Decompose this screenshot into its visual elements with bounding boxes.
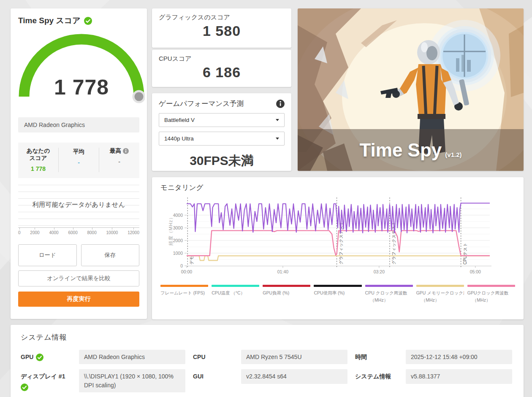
average-score-column: 平均 - [58,148,99,172]
average-value: - [59,159,99,166]
monitoring-card: モニタリング 頻度（MHz） 0100020003000400000:0001:… [152,177,524,319]
your-score-column: あなたのスコア 1 778 [18,148,58,172]
preset-select[interactable]: 1440p Ultra [159,132,285,146]
valid-check-icon [36,354,43,361]
game-select[interactable]: Battlefield V [159,113,285,127]
hist-axis-tick: 0 [18,230,21,235]
legend-item[interactable]: フレームレート (FPS) [160,285,208,304]
legend-color-bar [365,285,413,287]
rerun-button[interactable]: 再度実行 [18,292,139,307]
legend-label: GPUクロック周波数 [467,289,515,297]
legend-item[interactable]: GPUクロック周波数（MHz） [467,285,515,304]
legend-color-bar [212,285,259,287]
gpu-label: GPU [21,350,71,362]
load-button[interactable]: ロード [18,244,77,266]
gui-value: v2.32.8454 s64 [241,369,347,383]
x-tick-label: 05:00 [470,269,481,274]
monitoring-chart: 0100020003000400000:0001:4003:2005:00デモグ… [160,195,515,281]
y-tick-label: 1000 [173,251,183,256]
legend-item[interactable]: GPU負荷 (%) [263,285,310,304]
compare-online-button[interactable]: オンラインで結果を比較 [18,270,139,286]
chart-y-axis-label: 頻度（MHz） [168,215,174,246]
score-distribution-chart: 利用可能なデータがありません [18,185,139,226]
score-distribution-axis: 020004000600080001000012000 [18,227,139,235]
chevron-down-icon [276,138,279,140]
no-data-message: 利用可能なデータがありません [18,201,139,209]
valid-check-icon [21,383,28,391]
legend-item[interactable]: GPU メモリークロック周波数（MHz） [416,285,464,304]
legend-label: GPU負荷 (%) [263,289,310,297]
hist-axis-tick: 10000 [106,230,118,235]
hist-axis-tick: 6000 [68,230,77,235]
hist-axis-tick: 4000 [49,230,58,235]
hero-caption-band: Time Spy (v1.2) [298,129,524,171]
graphics-score-value: 1 580 [159,23,285,39]
hist-axis-tick: 2000 [30,230,39,235]
save-button[interactable]: 保存 [81,244,140,266]
game-select-value: Battlefield V [164,117,195,123]
sysinfo-value: v5.88.1377 [406,369,512,383]
system-info-card: システム情報 GPU AMD Radeon Graphics CPU AMD R… [11,325,524,397]
legend-label: CPU クロック周波数 [365,289,413,297]
cpu-value: AMD Ryzen 5 7545U [241,350,347,364]
legend-color-bar [263,285,310,287]
x-tick-label: 03:20 [374,269,385,274]
legend-label-unit: （MHz） [365,297,413,304]
legend-color-bar [416,285,464,287]
system-info-title: システム情報 [21,332,513,342]
valid-check-icon [84,17,92,25]
graphics-score-label: グラフィックスのスコア [159,14,285,22]
gpu-name-box: AMD Radeon Graphics [18,117,139,132]
game-performance-card: ゲームパフォーマンス予測 Battlefield V 1440p Ultra 3… [152,93,291,171]
y-tick-label: 4000 [173,213,183,218]
timespy-hero-image: Time Spy (v1.2) [298,8,524,171]
hist-axis-tick: 8000 [87,230,97,235]
timespy-score-card: Time Spy スコア 1 778 AMD Radeon Graphics あ… [11,8,147,319]
legend-item[interactable]: CPU温度 （°C） [212,285,259,304]
legend-label: CPU使用率 (%) [314,289,361,297]
y-tick-label: 2000 [173,238,183,243]
hist-axis-tick: 12000 [128,230,139,235]
legend-color-bar [467,285,515,287]
test-phase-marker-label: デモ [189,256,194,265]
best-score-column: 最高 - [99,148,139,172]
chart-legend: フレームレート (FPS)CPU温度 （°C）GPU負荷 (%)CPU使用率 (… [160,285,515,304]
legend-label: GPU メモリークロック周波数 [416,289,464,297]
legend-color-bar [314,285,361,287]
cpu-score-card: CPUスコア 6 186 [152,50,291,87]
gpu-value: AMD Radeon Graphics [79,350,185,364]
x-tick-label: 01:40 [277,269,288,274]
legend-color-bar [160,285,208,287]
time-label: 時間 [355,350,398,362]
monitoring-title: モニタリング [160,183,515,192]
best-value: - [99,158,139,165]
legend-item[interactable]: CPU クロック周波数（MHz） [365,285,413,304]
display-value: \\.\DISPLAY1 (1920 × 1080, 100% DPI scal… [79,369,185,392]
legend-item[interactable]: CPU使用率 (%) [314,285,361,304]
info-icon[interactable] [276,100,285,108]
hero-title: Time Spy [359,140,442,161]
x-tick-label: 00:00 [181,269,192,274]
average-label: 平均 [67,149,90,156]
graphics-score-card: グラフィックスのスコア 1 580 [152,8,291,48]
game-performance-title: ゲームパフォーマンス予測 [159,99,244,108]
score-gauge: 1 778 [18,32,145,106]
cpu-score-label: CPUスコア [159,55,285,63]
your-score-label: あなたのスコア [18,148,58,162]
cpu-label: CPU [193,350,233,362]
score-summary: あなたのスコア 1 778 平均 - 最高 - [18,143,139,178]
fps-prediction-value: 30FPS未満 [159,152,285,170]
legend-label-unit: （MHz） [467,297,515,304]
total-score-value: 1 778 [18,75,145,100]
legend-label-unit: （MHz） [416,297,464,304]
cpu-score-value: 6 186 [159,64,285,81]
y-tick-label: 3000 [173,225,183,230]
info-icon[interactable] [123,148,129,154]
best-label: 最高 [110,148,121,155]
legend-label: CPU温度 （°C） [212,289,259,297]
y-tick-label: 0 [180,263,183,268]
sysinfo-label: システム情報 [355,369,398,381]
display-label: ディスプレイ #1 [21,369,71,391]
test-phase-marker-label: CPUテスト [463,243,467,265]
chevron-down-icon [276,119,279,121]
